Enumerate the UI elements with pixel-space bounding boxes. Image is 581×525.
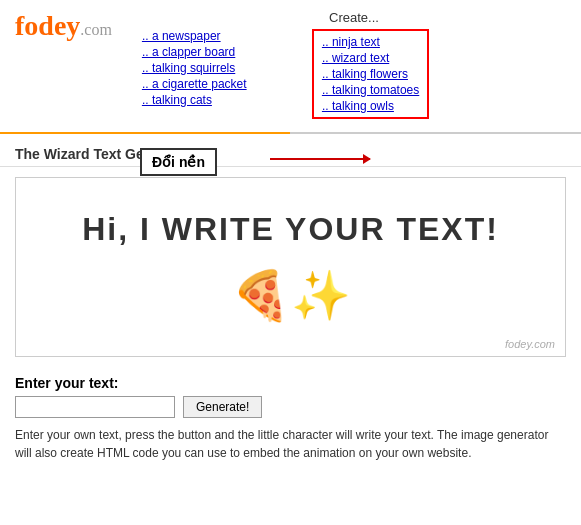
logo-text: fodey.com (15, 10, 112, 41)
create-label: Create... (142, 10, 566, 25)
nav-link-clapperboard[interactable]: .. a clapper board (142, 45, 302, 59)
nav-link-cats[interactable]: .. talking cats (142, 93, 302, 107)
text-input[interactable] (15, 396, 175, 418)
nav-link-owls[interactable]: .. talking owls (322, 99, 419, 113)
page-title: The Wizard Text Gene (15, 146, 160, 162)
annotation-arrow (270, 158, 370, 160)
page-title-bar: The Wizard Text Gene (0, 142, 581, 167)
fodey-watermark: fodey.com (505, 338, 555, 350)
input-section: Enter your text: Generate! Enter your ow… (0, 367, 581, 470)
description: Enter your own text, press the button an… (15, 426, 565, 462)
enter-text-label: Enter your text: (15, 375, 566, 391)
annotation-box: Đổi nền (140, 148, 217, 176)
logo: fodey.com (15, 10, 112, 42)
nav: Create... .. a newspaper .. a clapper bo… (142, 10, 566, 119)
nav-link-wizard[interactable]: .. wizard text (322, 51, 419, 65)
preview-text: Hi, I WRITE YOUR TEXT! (82, 211, 499, 248)
separator (0, 132, 581, 134)
nav-link-tomatoes[interactable]: .. talking tomatoes (322, 83, 419, 97)
annotation-label: Đổi nền (152, 154, 205, 170)
nav-link-squirrels[interactable]: .. talking squirrels (142, 61, 302, 75)
input-row: Generate! (15, 396, 566, 418)
nav-link-cigarette[interactable]: .. a cigarette packet (142, 77, 302, 91)
nav-link-newspaper[interactable]: .. a newspaper (142, 29, 302, 43)
nav-right: .. ninja text .. wizard text .. talking … (312, 29, 429, 119)
preview-area: Hi, I WRITE YOUR TEXT! 🍕✨ fodey.com (15, 177, 566, 357)
nav-link-flowers[interactable]: .. talking flowers (322, 67, 419, 81)
nav-link-ninja[interactable]: .. ninja text (322, 35, 419, 49)
preview-character: 🍕✨ (231, 268, 351, 324)
generate-button[interactable]: Generate! (183, 396, 262, 418)
nav-left: .. a newspaper .. a clapper board .. tal… (142, 29, 302, 119)
